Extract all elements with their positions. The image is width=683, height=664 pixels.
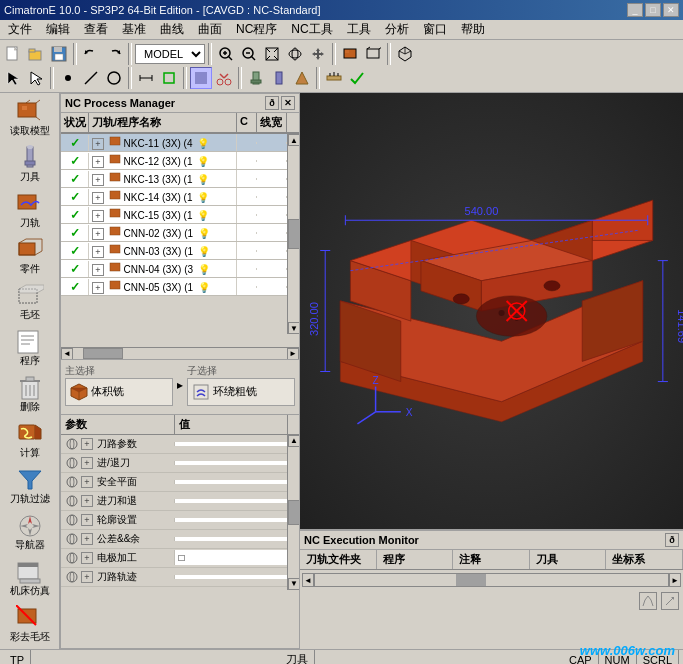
tb-tool2[interactable] [268,67,290,89]
table-row[interactable]: ✓ + CNN-04 (3X) (3 💡 [61,260,287,278]
expand-icon[interactable]: + [92,156,104,168]
tb-new[interactable] [2,43,24,65]
sidebar-item-part[interactable]: 零件 [2,233,57,277]
param-expand-box[interactable]: + [81,533,93,545]
param-expand-box[interactable]: + [81,495,93,507]
sidebar-item-read-model[interactable]: 读取模型 [2,95,57,139]
expand-icon[interactable]: + [92,174,104,186]
param-expand-box[interactable]: + [81,514,93,526]
expand-icon[interactable]: + [92,192,104,204]
tb-circle[interactable] [103,67,125,89]
menu-nc-tool[interactable]: NC工具 [285,20,338,39]
param-expand-box[interactable]: + [81,438,93,450]
window-controls[interactable]: _ □ ✕ [627,3,679,17]
sidebar-item-blank[interactable]: 毛坯 [2,279,57,323]
params-scroll-up[interactable]: ▲ [288,435,299,447]
tb-zoom-out[interactable] [238,43,260,65]
tb-point[interactable] [57,67,79,89]
expand-icon[interactable]: + [92,246,104,258]
tb-shaded[interactable] [339,43,361,65]
expand-icon[interactable]: + [92,228,104,240]
monitor-hscroll-right[interactable]: ► [669,573,681,587]
tb-measure[interactable] [323,67,345,89]
menu-help[interactable]: 帮助 [455,20,491,39]
tb-3d-view[interactable] [394,43,416,65]
scroll-thumb[interactable] [288,219,299,249]
main-selection-box[interactable]: 体积铣 [65,378,173,406]
viewport-3d[interactable]: 540.00 320.00 141.69 Z [300,93,683,529]
expand-icon[interactable]: + [92,264,104,276]
tb-select[interactable] [2,67,24,89]
tb-verify[interactable] [346,67,368,89]
menu-curve[interactable]: 曲线 [154,20,190,39]
table-row[interactable]: ✓ + NKC-14 (3X) (1 💡 [61,188,287,206]
menu-edit[interactable]: 编辑 [40,20,76,39]
tb-wireframe[interactable] [362,43,384,65]
sidebar-item-edit-path[interactable]: 刀轨编辑 [2,647,57,649]
maximize-button[interactable]: □ [645,3,661,17]
minimize-button[interactable]: _ [627,3,643,17]
menu-view[interactable]: 查看 [78,20,114,39]
panel-pin-button[interactable]: ð [265,96,279,110]
nc-monitor-pin[interactable]: ð [665,533,679,547]
tb-zoom-in[interactable] [215,43,237,65]
sub-selection-box[interactable]: 环绕粗铣 [187,378,295,406]
tb-fit[interactable] [261,43,283,65]
tb-line[interactable] [80,67,102,89]
scroll-up-button[interactable]: ▲ [288,134,299,146]
sidebar-item-simulate[interactable]: 机床仿真 [2,555,57,599]
param-row[interactable]: + 进刀和退 [61,492,287,511]
table-row[interactable]: ✓ + NKC-15 (3X) (1 💡 [61,206,287,224]
sidebar-item-toolpath[interactable]: 刀轨 [2,187,57,231]
menu-window[interactable]: 窗口 [417,20,453,39]
table-row[interactable]: ✓ + CNN-03 (3X) (1 💡 [61,242,287,260]
tb-pan[interactable] [307,43,329,65]
param-expand-box[interactable]: + [81,571,93,583]
tb-undo[interactable] [80,43,102,65]
panel-controls[interactable]: ð ✕ [265,96,295,110]
table-row[interactable]: ✓ + NKC-11 (3X) (4 💡 [61,134,287,152]
monitor-hscroll-thumb[interactable] [456,574,486,586]
sidebar-item-calculate[interactable]: 计算 [2,417,57,461]
sidebar-item-program[interactable]: 程序 [2,325,57,369]
table-row[interactable]: ✓ + NKC-13 (3X) (1 💡 [61,170,287,188]
model-dropdown[interactable]: MODEL [135,44,205,64]
param-expand-box[interactable]: + [81,552,93,564]
menu-file[interactable]: 文件 [2,20,38,39]
menu-nc-program[interactable]: NC程序 [230,20,283,39]
table-row[interactable]: ✓ + CNN-02 (3X) (1 💡 [61,224,287,242]
menu-datum[interactable]: 基准 [116,20,152,39]
monitor-tool2-icon[interactable] [661,592,679,610]
menu-tools[interactable]: 工具 [341,20,377,39]
param-row[interactable]: + 安全平面 [61,473,287,492]
tb-highlighted[interactable] [190,67,212,89]
expand-icon[interactable]: + [92,138,104,150]
param-row[interactable]: + 刀路轨迹 [61,587,287,590]
tb-save[interactable] [48,43,70,65]
panel-close-button[interactable]: ✕ [281,96,295,110]
table-hscroll[interactable]: ◄ ► [61,347,299,359]
sidebar-item-filter[interactable]: 刀轨过滤 [2,463,57,507]
sidebar-item-delete[interactable]: 删除 [2,371,57,415]
sidebar-item-tool[interactable]: 刀具 [2,141,57,185]
menu-surface[interactable]: 曲面 [192,20,228,39]
tb-redo[interactable] [103,43,125,65]
tb-tool3[interactable] [291,67,313,89]
param-row[interactable]: + 刀路轨迹 [61,568,287,587]
menu-analysis[interactable]: 分析 [379,20,415,39]
param-row[interactable]: + 进/退刀 [61,454,287,473]
monitor-hscroll-track[interactable] [314,573,669,587]
tb-open[interactable] [25,43,47,65]
monitor-tool1-icon[interactable] [639,592,657,610]
params-scroll-thumb[interactable] [288,500,299,525]
expand-icon[interactable]: + [92,210,104,222]
table-row[interactable]: ✓ + CNN-05 (3X) (1 💡 [61,278,287,296]
param-row[interactable]: + 公差&&余 [61,530,287,549]
param-row[interactable]: + 电极加工 □ [61,549,287,568]
tb-dimension[interactable] [135,67,157,89]
tb-cut[interactable] [213,67,235,89]
expand-icon[interactable]: + [92,282,104,294]
tb-rotate[interactable] [284,43,306,65]
table-row[interactable]: ✓ + NKC-12 (3X) (1 💡 [61,152,287,170]
monitor-hscroll-left[interactable]: ◄ [302,573,314,587]
